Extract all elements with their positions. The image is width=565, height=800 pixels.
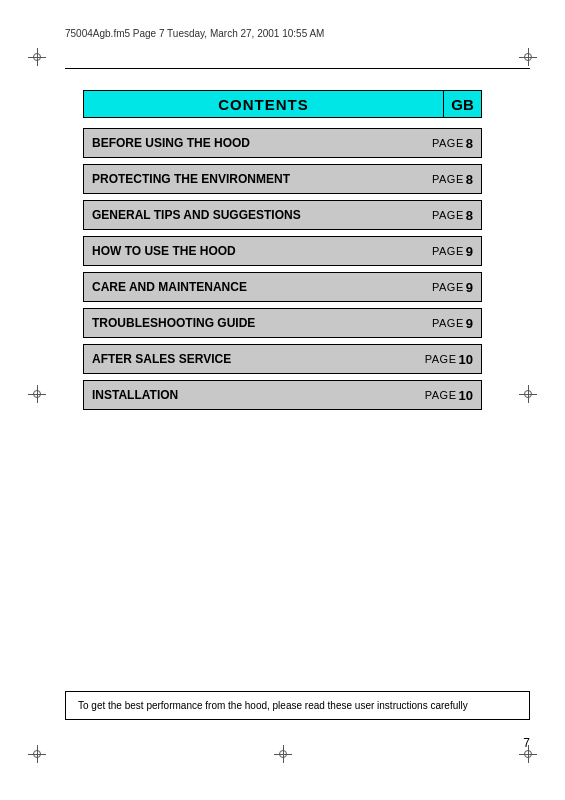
toc-row-7: INSTALLATIONPAGE10	[83, 380, 482, 410]
toc-page-5: PAGE9	[432, 316, 481, 331]
toc-page-word-2: PAGE	[432, 209, 464, 221]
toc-page-num-4: 9	[466, 280, 473, 295]
toc-page-word-7: PAGE	[425, 389, 457, 401]
toc-row-1: PROTECTING THE ENVIRONMENTPAGE8	[83, 164, 482, 194]
toc-page-num-0: 8	[466, 136, 473, 151]
toc-row-4: CARE AND MAINTENANCEPAGE9	[83, 272, 482, 302]
toc-page-3: PAGE9	[432, 244, 481, 259]
contents-header: CONTENTS GB	[83, 90, 482, 118]
toc-page-7: PAGE10	[425, 388, 481, 403]
toc-page-word-5: PAGE	[432, 317, 464, 329]
toc-page-num-7: 10	[459, 388, 473, 403]
toc-label-5: TROUBLESHOOTING GUIDE	[84, 316, 432, 330]
crosshair-bot-center	[274, 745, 292, 763]
header-file-info: 75004Agb.fm5 Page 7 Tuesday, March 27, 2…	[65, 28, 324, 39]
bottom-note-text: To get the best performance from the hoo…	[78, 700, 468, 711]
toc-label-7: INSTALLATION	[84, 388, 425, 402]
toc-row-3: HOW TO USE THE HOODPAGE9	[83, 236, 482, 266]
toc-label-3: HOW TO USE THE HOOD	[84, 244, 432, 258]
toc-label-2: GENERAL TIPS AND SUGGESTIONS	[84, 208, 432, 222]
crosshair-mid-left	[28, 385, 46, 403]
contents-gb-label: GB	[443, 91, 481, 117]
toc-label-1: PROTECTING THE ENVIRONMENT	[84, 172, 432, 186]
toc-row-0: BEFORE USING THE HOODPAGE8	[83, 128, 482, 158]
toc-row-6: AFTER SALES SERVICEPAGE10	[83, 344, 482, 374]
toc-page-word-1: PAGE	[432, 173, 464, 185]
page: 75004Agb.fm5 Page 7 Tuesday, March 27, 2…	[0, 0, 565, 800]
toc-page-num-2: 8	[466, 208, 473, 223]
header-bar: 75004Agb.fm5 Page 7 Tuesday, March 27, 2…	[65, 28, 535, 39]
toc-page-word-6: PAGE	[425, 353, 457, 365]
top-separator-line	[65, 68, 530, 69]
toc-page-num-3: 9	[466, 244, 473, 259]
toc-row-5: TROUBLESHOOTING GUIDEPAGE9	[83, 308, 482, 338]
toc-label-6: AFTER SALES SERVICE	[84, 352, 425, 366]
crosshair-top-right	[519, 48, 537, 66]
toc-page-2: PAGE8	[432, 208, 481, 223]
toc-page-num-5: 9	[466, 316, 473, 331]
toc-row-2: GENERAL TIPS AND SUGGESTIONSPAGE8	[83, 200, 482, 230]
bottom-note: To get the best performance from the hoo…	[65, 691, 530, 720]
toc-page-4: PAGE9	[432, 280, 481, 295]
toc-page-num-6: 10	[459, 352, 473, 367]
toc-page-word-4: PAGE	[432, 281, 464, 293]
toc-label-0: BEFORE USING THE HOOD	[84, 136, 432, 150]
toc-page-word-0: PAGE	[432, 137, 464, 149]
toc-page-1: PAGE8	[432, 172, 481, 187]
toc-container: BEFORE USING THE HOODPAGE8PROTECTING THE…	[83, 128, 482, 410]
toc-page-num-1: 8	[466, 172, 473, 187]
crosshair-mid-right	[519, 385, 537, 403]
content-area: CONTENTS GB BEFORE USING THE HOODPAGE8PR…	[83, 90, 482, 416]
page-number: 7	[523, 736, 530, 750]
toc-label-4: CARE AND MAINTENANCE	[84, 280, 432, 294]
contents-title: CONTENTS	[84, 91, 443, 117]
crosshair-bot-left	[28, 745, 46, 763]
toc-page-word-3: PAGE	[432, 245, 464, 257]
toc-page-0: PAGE8	[432, 136, 481, 151]
crosshair-top-left	[28, 48, 46, 66]
toc-page-6: PAGE10	[425, 352, 481, 367]
